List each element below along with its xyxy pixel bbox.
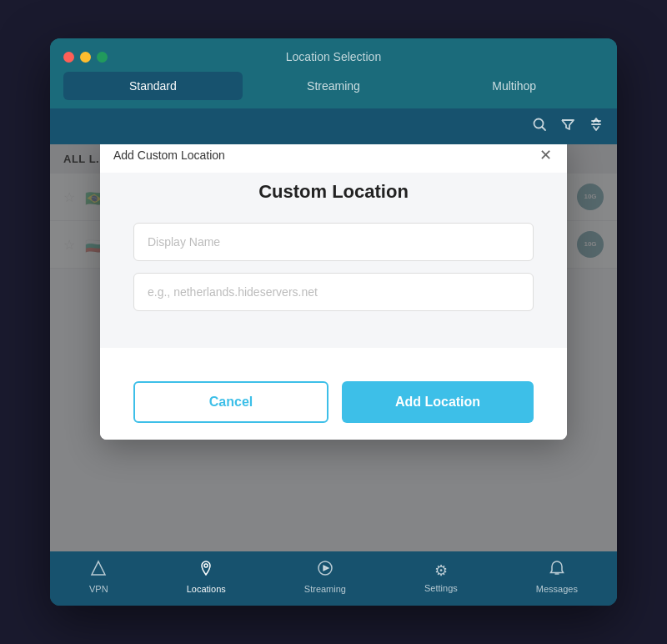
modal-title-label: Add Custom Location (113, 148, 225, 162)
nav-label-messages: Messages (536, 584, 578, 594)
tab-standard[interactable]: Standard (63, 72, 243, 100)
modal-heading: Custom Location (133, 181, 534, 203)
app-window: Location Selection Standard Streaming Mu… (50, 38, 617, 606)
modal-overlay: Add Custom Location ✕ Custom Location Ca… (50, 144, 617, 551)
modal-title-bar: Add Custom Location ✕ (100, 144, 567, 173)
svg-marker-4 (92, 561, 105, 575)
nav-item-locations[interactable]: Locations (187, 560, 226, 594)
modal-actions: Cancel Add Location (100, 365, 567, 440)
nav-item-streaming[interactable]: Streaming (304, 560, 346, 594)
tab-multihop[interactable]: Multihop (424, 72, 604, 100)
nav-label-streaming: Streaming (304, 584, 346, 594)
nav-item-vpn[interactable]: VPN (89, 560, 108, 594)
modal-dialog: Add Custom Location ✕ Custom Location Ca… (100, 144, 567, 440)
locations-icon (198, 560, 214, 581)
messages-icon (549, 560, 564, 581)
svg-line-1 (543, 128, 546, 131)
toolbar (50, 108, 617, 144)
bottom-nav: VPN Locations Streaming ⚙ Settings (50, 551, 617, 606)
display-name-input[interactable] (133, 223, 534, 261)
nav-label-vpn: VPN (89, 584, 108, 594)
close-button[interactable] (63, 52, 74, 63)
server-address-input[interactable] (133, 273, 534, 311)
window-title: Location Selection (286, 50, 381, 63)
cancel-button[interactable]: Cancel (133, 381, 328, 423)
nav-item-messages[interactable]: Messages (536, 560, 578, 594)
search-icon[interactable] (532, 117, 547, 136)
sort-icon[interactable] (589, 117, 604, 136)
maximize-button[interactable] (97, 52, 108, 63)
filter-icon[interactable] (560, 117, 575, 136)
main-content: ALL L... ☆ 🇧🇷 Brasil 10G ☆ 🇧🇬 Bulgaria 1… (50, 144, 617, 551)
add-location-button[interactable]: Add Location (342, 381, 534, 423)
vpn-icon (90, 560, 107, 581)
minimize-button[interactable] (80, 52, 91, 63)
tab-bar: Standard Streaming Multihop (50, 72, 617, 108)
modal-body: Custom Location (100, 173, 567, 348)
tab-streaming[interactable]: Streaming (244, 72, 424, 100)
svg-point-5 (204, 564, 208, 567)
nav-label-settings: Settings (424, 583, 458, 593)
svg-point-0 (534, 119, 544, 128)
streaming-icon (317, 560, 334, 581)
nav-label-locations: Locations (187, 584, 226, 594)
title-bar: Location Selection (50, 38, 617, 72)
nav-item-settings[interactable]: ⚙ Settings (424, 561, 458, 593)
svg-marker-7 (323, 566, 328, 571)
modal-close-button[interactable]: ✕ (538, 148, 554, 163)
settings-icon: ⚙ (434, 561, 448, 580)
traffic-lights (63, 52, 108, 63)
